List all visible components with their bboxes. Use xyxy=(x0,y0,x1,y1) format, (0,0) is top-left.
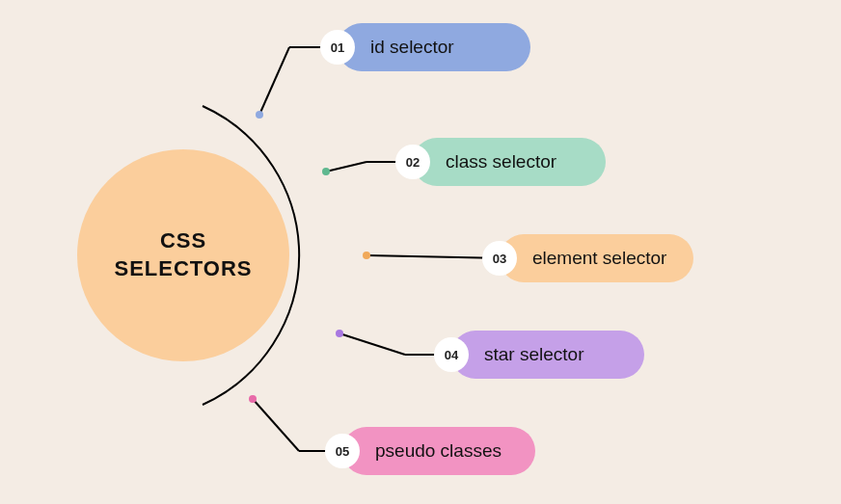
branch-element-selector: 03 element selector xyxy=(482,234,693,282)
svg-point-13 xyxy=(249,395,257,403)
branch-label: id selector xyxy=(370,37,454,58)
svg-line-0 xyxy=(259,47,289,115)
branch-number: 01 xyxy=(320,30,355,65)
svg-point-2 xyxy=(256,111,263,119)
svg-point-7 xyxy=(363,252,370,259)
central-title: CSSSELECTORS xyxy=(114,227,252,282)
branch-pill: id selector xyxy=(338,23,530,71)
svg-line-11 xyxy=(253,399,299,451)
branch-pill: pseudo classes xyxy=(342,427,535,475)
branch-pill: class selector xyxy=(413,138,606,186)
central-topic: CSSSELECTORS xyxy=(77,149,289,361)
svg-point-5 xyxy=(322,168,330,175)
branch-label: element selector xyxy=(532,248,666,269)
branch-label: star selector xyxy=(484,344,583,365)
branch-number: 03 xyxy=(482,241,517,276)
branch-pseudo-classes: 05 pseudo classes xyxy=(325,427,535,475)
branch-star-selector: 04 star selector xyxy=(434,331,644,379)
branch-id-selector: 01 id selector xyxy=(320,23,530,71)
svg-point-10 xyxy=(336,330,343,337)
branch-pill: element selector xyxy=(500,234,693,282)
svg-line-3 xyxy=(326,162,366,172)
branch-number: 05 xyxy=(325,434,360,468)
svg-line-8 xyxy=(339,333,405,355)
branch-label: pseudo classes xyxy=(375,440,502,462)
branch-class-selector: 02 class selector xyxy=(395,138,606,186)
branch-pill: star selector xyxy=(451,331,644,379)
branch-label: class selector xyxy=(446,151,556,172)
branch-number: 02 xyxy=(395,145,430,179)
branch-number: 04 xyxy=(434,337,469,372)
svg-line-6 xyxy=(366,255,500,258)
